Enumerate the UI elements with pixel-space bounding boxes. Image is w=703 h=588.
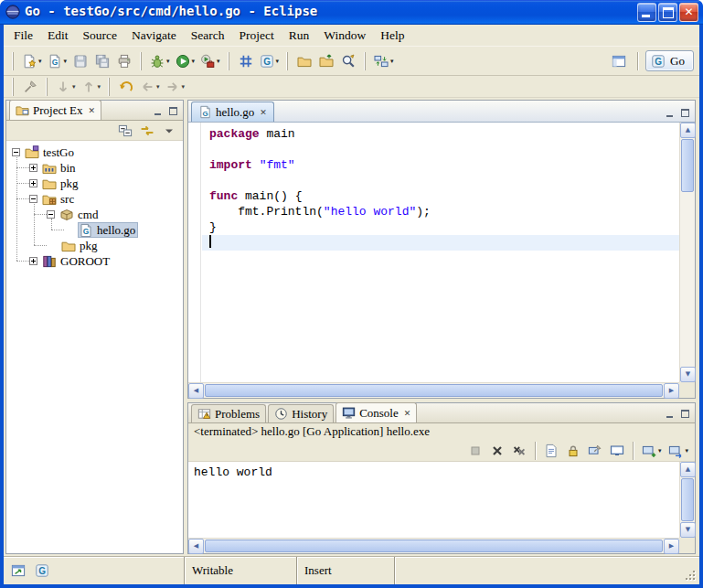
maximize-view-icon[interactable] (167, 106, 179, 116)
close-view-icon[interactable]: ✕ (89, 106, 96, 115)
tree-item-goroot[interactable]: GOROOT (6, 253, 183, 269)
go-perspective-button[interactable]: G Go (645, 50, 694, 71)
scroll-right-icon[interactable]: ▶ (664, 539, 679, 554)
tree-item-testgo[interactable]: testGo (6, 144, 183, 160)
toolbar-grip[interactable] (140, 52, 143, 70)
menu-item-edit[interactable]: Edit (40, 27, 76, 45)
go-shortcut-button[interactable]: G (31, 560, 53, 582)
console-output-area[interactable]: hello world ▲ ▼ ◀ ▶ (188, 462, 695, 553)
scrollbar-thumb[interactable] (681, 478, 694, 521)
open-perspective-button[interactable] (608, 50, 630, 72)
tree-item-bin[interactable]: bin (6, 160, 183, 176)
show-console-button[interactable] (607, 441, 627, 461)
maximize-view-icon[interactable] (679, 409, 691, 419)
toolbar-grip[interactable] (46, 78, 48, 96)
tab-problems[interactable]: Problems (191, 404, 266, 422)
scroll-right-icon[interactable]: ▶ (664, 383, 679, 399)
console-vertical-scrollbar[interactable]: ▲ ▼ (679, 462, 695, 538)
new-go-program-button[interactable] (235, 50, 257, 72)
open-type-button[interactable] (315, 50, 337, 72)
menu-item-navigate[interactable]: Navigate (124, 27, 184, 45)
display-console-icon (668, 444, 683, 458)
minimize-button[interactable] (637, 3, 656, 22)
console-horizontal-scrollbar[interactable]: ◀ ▶ (188, 538, 679, 553)
workspace: Project Ex ✕ (4, 98, 699, 556)
code-area[interactable]: package mainimport "fmt"func main() { fm… (202, 123, 679, 382)
new-go-file-button[interactable]: G▾ (45, 50, 70, 72)
go-tools-button[interactable]: G▾ (257, 50, 282, 72)
view-menu-button[interactable] (159, 122, 179, 140)
toolbar-grip[interactable] (228, 52, 230, 70)
menu-item-run[interactable]: Run (282, 27, 317, 45)
link-with-editor-button[interactable] (137, 122, 157, 140)
minimize-view-icon[interactable] (664, 108, 676, 118)
tab-history[interactable]: History (268, 404, 334, 422)
search-button[interactable] (337, 50, 359, 72)
scroll-down-icon[interactable]: ▼ (680, 522, 696, 538)
scroll-up-icon[interactable]: ▲ (680, 123, 696, 138)
display-selected-console-button[interactable]: ▾ (666, 441, 691, 461)
menu-item-search[interactable]: Search (184, 27, 232, 45)
scrollbar-thumb[interactable] (205, 384, 663, 397)
toolbar-grip[interactable] (12, 52, 15, 70)
menu-item-help[interactable]: Help (373, 27, 411, 45)
collapse-icon[interactable] (29, 195, 37, 203)
clear-console-button[interactable] (541, 441, 561, 461)
project-explorer-tab[interactable]: Project Ex ✕ (9, 100, 101, 120)
toolbar-grip[interactable] (12, 78, 15, 96)
fast-view-button[interactable] (7, 560, 29, 582)
toolbar-grip[interactable] (364, 52, 367, 70)
toolbar-grip[interactable] (108, 78, 111, 96)
close-view-icon[interactable]: ✕ (404, 409, 411, 418)
editor-horizontal-scrollbar[interactable]: ◀ ▶ (188, 382, 679, 398)
scroll-down-icon[interactable]: ▼ (680, 367, 696, 382)
open-console-button[interactable]: ▾ (639, 441, 665, 461)
expand-icon[interactable] (29, 257, 37, 265)
editor-gutter[interactable] (188, 123, 201, 382)
title-bar[interactable]: Go - testGo/src/cmd/hello.go - Eclipse ✕ (0, 0, 703, 25)
tree-item-pkg[interactable]: pkg (6, 238, 183, 253)
expand-icon[interactable] (29, 179, 37, 187)
minimize-view-icon[interactable] (152, 106, 164, 116)
team-sync-button[interactable]: ▾ (371, 50, 397, 72)
collapse-all-button[interactable] (115, 122, 135, 140)
tree-item-label: bin (41, 160, 79, 176)
debug-button[interactable]: ▾ (147, 50, 173, 72)
close-editor-icon[interactable]: ✕ (260, 108, 267, 117)
remove-all-launches-button[interactable] (509, 441, 529, 461)
tree-item-cmd[interactable]: cmd (6, 207, 183, 222)
collapse-icon[interactable] (12, 148, 20, 156)
maximize-view-icon[interactable] (679, 108, 691, 118)
editor-tab-hello-go[interactable]: G hello.go ✕ (191, 102, 274, 122)
external-tools-button[interactable]: ▾ (197, 50, 223, 72)
new-button[interactable]: ▾ (19, 50, 45, 72)
remove-launch-button[interactable] (487, 441, 507, 461)
tree-item-src[interactable]: src (6, 191, 183, 207)
menu-item-source[interactable]: Source (76, 27, 125, 45)
scroll-lock-button[interactable] (563, 441, 583, 461)
collapse-icon[interactable] (47, 210, 55, 219)
expand-icon[interactable] (29, 164, 37, 172)
minimize-view-icon[interactable] (664, 409, 676, 419)
scroll-left-icon[interactable]: ◀ (188, 383, 204, 399)
tree-item-hello-go[interactable]: Ghello.go (6, 222, 183, 238)
menu-item-project[interactable]: Project (231, 27, 281, 45)
run-button[interactable]: ▾ (173, 50, 198, 72)
tab-console[interactable]: Console✕ (336, 402, 417, 422)
toolbar-grip[interactable] (286, 52, 289, 70)
menu-item-window[interactable]: Window (316, 27, 373, 45)
open-resource-button[interactable] (293, 50, 315, 72)
pin-console-button[interactable] (585, 441, 605, 461)
editor-vertical-scrollbar[interactable]: ▲ ▼ (679, 123, 695, 382)
resize-grip[interactable] (685, 557, 699, 584)
close-button[interactable]: ✕ (679, 3, 698, 22)
maximize-button[interactable] (658, 3, 677, 22)
tree-item-pkg[interactable]: pkg (6, 176, 183, 191)
print-button[interactable] (113, 50, 135, 72)
menu-item-file[interactable]: File (6, 27, 40, 45)
scroll-up-icon[interactable]: ▲ (680, 462, 696, 477)
scrollbar-thumb[interactable] (205, 540, 663, 552)
last-edit-location-button[interactable] (115, 76, 137, 98)
scroll-left-icon[interactable]: ◀ (188, 539, 204, 554)
scrollbar-thumb[interactable] (681, 139, 694, 192)
